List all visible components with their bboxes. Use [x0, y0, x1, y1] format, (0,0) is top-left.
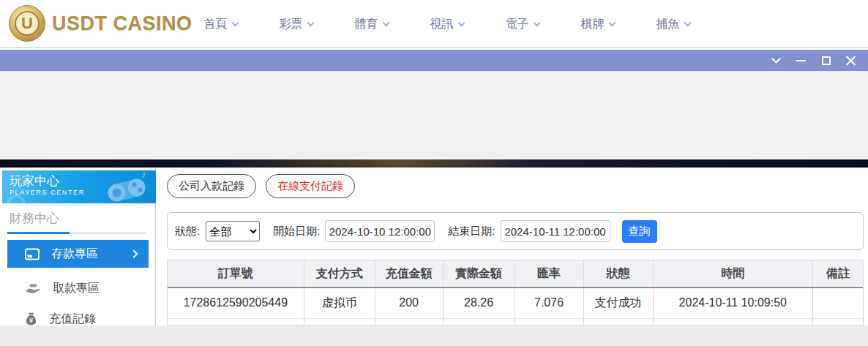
- window-minimize-icon[interactable]: [796, 55, 807, 66]
- table-row-partial: [168, 318, 863, 326]
- window-chevron-down-icon[interactable]: [771, 55, 782, 66]
- players-center-subtitle: PLAYERS CENTER: [10, 189, 156, 196]
- cell-status: 支付成功: [583, 287, 653, 318]
- usdt-casino-logo[interactable]: U USDT CASINO: [0, 5, 192, 42]
- nav-label: 視訊: [430, 17, 454, 32]
- cell-actual-amount: 28.26: [443, 287, 515, 318]
- nav-item-electronic[interactable]: 電子: [484, 17, 560, 32]
- chevron-down-icon: [457, 19, 465, 26]
- nav-item-lottery[interactable]: 彩票: [258, 17, 334, 32]
- chevron-down-icon: [684, 19, 691, 26]
- sidebar: 玩家中心 PLAYERS CENTER 財務中心 存款: [0, 168, 156, 326]
- hand-coin-icon: [25, 282, 41, 295]
- nav-item-fishing[interactable]: 捕魚: [635, 17, 711, 32]
- status-select[interactable]: 全部: [206, 221, 260, 241]
- nav-item-chess[interactable]: 棋牌: [560, 17, 635, 32]
- nav-item-sports[interactable]: 體育: [334, 17, 409, 32]
- logo-letter: U: [15, 11, 40, 36]
- content-area: 玩家中心 PLAYERS CENTER 財務中心 存款: [0, 168, 868, 326]
- col-actual-amount: 實際金額: [443, 260, 515, 287]
- players-center-banner: 玩家中心 PLAYERS CENTER: [2, 170, 156, 203]
- col-status: 狀態: [583, 260, 653, 287]
- nav-item-video[interactable]: 視訊: [409, 17, 484, 32]
- chevron-down-icon: [533, 19, 540, 26]
- sidebar-item-withdraw[interactable]: 取款專區: [7, 274, 149, 302]
- window-titlebar: [0, 50, 868, 71]
- chevron-down-icon: [382, 19, 389, 26]
- window-maximize-icon[interactable]: [820, 55, 831, 66]
- search-button[interactable]: 查詢: [622, 220, 657, 243]
- main-panel: 公司入款記錄 在線支付記錄 狀態: 全部 開始日期: 結束日期: 查詢: [167, 168, 864, 326]
- nav-item-home[interactable]: 首頁: [183, 17, 258, 32]
- nav-label: 首頁: [204, 17, 228, 32]
- cell-order-number: 1728612590205449: [168, 287, 304, 318]
- cell-time: 2024-10-11 10:09:50: [653, 287, 813, 318]
- money-bag-icon: ¥: [25, 312, 37, 326]
- filter-panel: 狀態: 全部 開始日期: 結束日期: 查詢: [167, 212, 864, 250]
- status-label: 狀態:: [175, 225, 200, 238]
- svg-text:¥: ¥: [29, 317, 33, 324]
- col-time: 時間: [653, 260, 813, 287]
- sidebar-item-deposit[interactable]: 存款專區: [7, 240, 149, 268]
- end-date-input[interactable]: [501, 220, 610, 242]
- card-icon: [25, 248, 40, 260]
- col-remark: 備註: [813, 260, 863, 287]
- start-date-input[interactable]: [325, 220, 435, 242]
- chevron-down-icon: [231, 19, 239, 26]
- players-center-title: 玩家中心: [10, 174, 156, 189]
- site-header: U USDT CASINO 首頁 彩票 體育 視訊 電子 棋牌 捕魚: [0, 0, 868, 48]
- col-exchange-rate: 匯率: [515, 260, 583, 287]
- sidebar-item-label: 取款專區: [53, 281, 100, 296]
- section-divider: [7, 232, 146, 234]
- sidebar-item-label: 充值記錄: [49, 312, 96, 327]
- chevron-down-icon: [608, 19, 616, 26]
- nav-label: 電子: [506, 17, 529, 32]
- col-payment-method: 支付方式: [304, 260, 375, 287]
- sidebar-item-label: 存款專區: [51, 247, 98, 262]
- end-date-label: 結束日期:: [448, 225, 495, 238]
- nav-label: 捕魚: [656, 17, 680, 32]
- nav-label: 彩票: [280, 17, 303, 32]
- cell-recharge-amount: 200: [375, 287, 443, 318]
- nav-label: 棋牌: [581, 17, 605, 32]
- cell-remark: [813, 287, 863, 318]
- payment-record-table: 訂單號 支付方式 充值金額 實際金額 匯率 狀態 時間 備註 172861259…: [167, 260, 864, 326]
- chevron-right-icon: [130, 249, 138, 257]
- record-tabs: 公司入款記錄 在線支付記錄: [167, 174, 355, 198]
- finance-center-title: 財務中心: [10, 210, 59, 227]
- table-header-row: 訂單號 支付方式 充值金額 實際金額 匯率 狀態 時間 備註: [168, 260, 863, 287]
- window-close-icon[interactable]: [845, 55, 856, 66]
- table-row: 1728612590205449 虚拟币 200 28.26 7.076 支付成…: [168, 287, 863, 318]
- window-empty-area: [0, 71, 868, 159]
- main-nav: 首頁 彩票 體育 視訊 電子 棋牌 捕魚: [183, 0, 711, 48]
- logo-text: USDT CASINO: [52, 12, 192, 35]
- tab-online-payment-record[interactable]: 在線支付記錄: [266, 174, 355, 198]
- cell-exchange-rate: 7.076: [515, 287, 583, 318]
- dark-divider-bar: [0, 159, 868, 168]
- tab-company-deposit-record[interactable]: 公司入款記錄: [167, 174, 256, 198]
- col-order-number: 訂單號: [168, 260, 304, 287]
- chevron-down-icon: [307, 19, 314, 26]
- start-date-label: 開始日期:: [273, 225, 320, 238]
- logo-coin-icon: U: [9, 5, 45, 42]
- bottom-strip: [0, 326, 868, 346]
- cell-payment-method: 虚拟币: [304, 287, 375, 318]
- nav-label: 體育: [355, 17, 378, 32]
- col-recharge-amount: 充值金額: [375, 260, 443, 287]
